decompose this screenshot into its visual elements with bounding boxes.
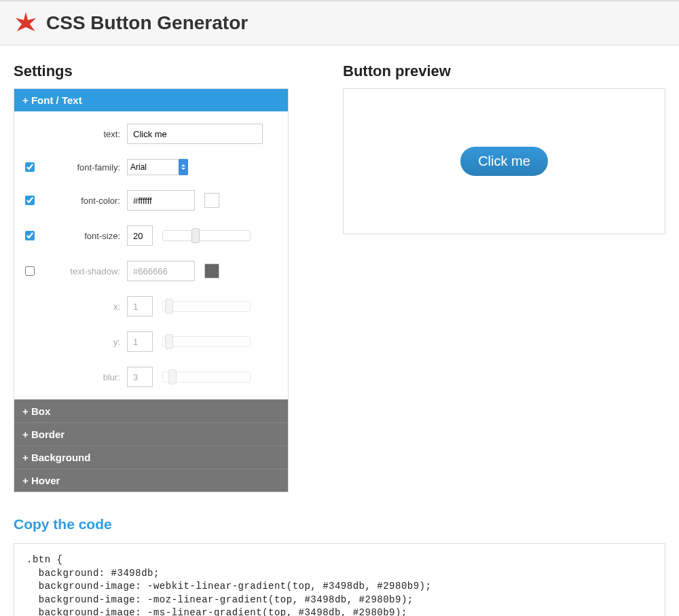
row-text-shadow: text-shadow: bbox=[21, 261, 277, 281]
label-font-color: font-color: bbox=[39, 196, 127, 206]
input-shadow-x[interactable] bbox=[127, 296, 153, 316]
row-font-size: font-size: bbox=[21, 225, 277, 246]
star-icon bbox=[14, 11, 38, 35]
section-background[interactable]: + Background bbox=[14, 446, 288, 469]
input-shadow-y[interactable] bbox=[127, 331, 153, 352]
code-output[interactable]: .btn { background: #3498db; background-i… bbox=[14, 543, 665, 616]
select-font-family[interactable]: Arial bbox=[127, 159, 188, 175]
input-shadow-blur[interactable] bbox=[127, 367, 153, 387]
swatch-font-color[interactable] bbox=[204, 193, 219, 208]
app-header: CSS Button Generator bbox=[0, 0, 679, 46]
app-title: CSS Button Generator bbox=[46, 12, 248, 34]
checkbox-text-shadow[interactable] bbox=[25, 266, 35, 276]
section-font-body: text: font-family: Arial bbox=[14, 111, 288, 399]
slider-shadow-blur[interactable] bbox=[162, 372, 251, 382]
label-font-size: font-size: bbox=[39, 231, 127, 241]
slider-font-size[interactable] bbox=[162, 230, 251, 241]
preview-button[interactable]: Click me bbox=[460, 147, 548, 176]
swatch-text-shadow[interactable] bbox=[204, 264, 219, 278]
section-hover[interactable]: + Hover bbox=[14, 469, 288, 492]
copy-heading: Copy the code bbox=[14, 516, 665, 532]
preview-box: Click me bbox=[343, 88, 665, 234]
label-font-family: font-family: bbox=[39, 162, 127, 173]
input-font-size[interactable] bbox=[127, 225, 153, 246]
section-box[interactable]: + Box bbox=[14, 399, 288, 422]
slider-shadow-y[interactable] bbox=[162, 336, 251, 347]
checkbox-font-family[interactable] bbox=[25, 162, 35, 172]
row-shadow-x: x: bbox=[21, 296, 277, 316]
row-shadow-y: y: bbox=[21, 331, 277, 352]
preview-heading: Button preview bbox=[343, 62, 665, 80]
label-text: text: bbox=[39, 129, 127, 139]
section-border[interactable]: + Border bbox=[14, 422, 288, 446]
settings-heading: Settings bbox=[14, 62, 289, 80]
row-font-family: font-family: Arial bbox=[21, 159, 277, 175]
row-text: text: bbox=[21, 124, 277, 144]
row-shadow-blur: blur: bbox=[21, 367, 277, 387]
slider-shadow-x[interactable] bbox=[162, 301, 251, 312]
checkbox-font-color[interactable] bbox=[25, 196, 35, 205]
section-font-text[interactable]: + Font / Text bbox=[14, 89, 288, 111]
checkbox-font-size[interactable] bbox=[25, 231, 35, 240]
row-font-color: font-color: bbox=[21, 190, 277, 211]
input-text[interactable] bbox=[127, 124, 263, 144]
label-shadow-y: y: bbox=[39, 337, 127, 347]
label-shadow-blur: blur: bbox=[39, 372, 127, 382]
label-shadow-x: x: bbox=[39, 302, 127, 312]
svg-marker-0 bbox=[16, 12, 36, 32]
settings-panel: + Font / Text text: font-family: bbox=[14, 88, 289, 492]
input-font-color[interactable] bbox=[127, 190, 195, 211]
input-text-shadow[interactable] bbox=[127, 261, 195, 281]
label-text-shadow: text-shadow: bbox=[39, 266, 127, 276]
